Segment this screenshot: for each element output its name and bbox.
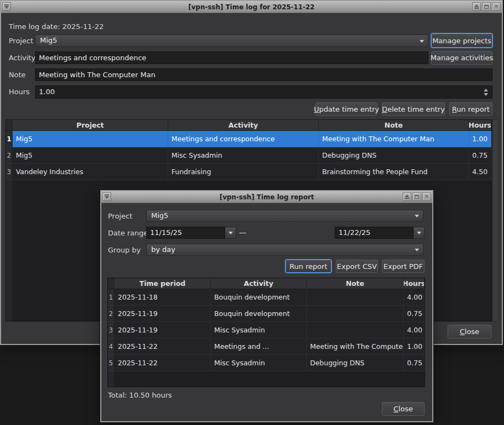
spin-down-icon[interactable] [484, 93, 488, 96]
report-project-combobox[interactable]: Mig5 [146, 210, 423, 222]
date-to-value[interactable]: 11/22/25 [335, 227, 414, 239]
report-project-value: Mig5 [151, 211, 168, 220]
project-combobox[interactable]: Mig5 [35, 35, 428, 47]
run-report-button[interactable]: Run report [449, 102, 492, 116]
chevron-down-icon [415, 249, 419, 251]
header-activity[interactable]: Activity [211, 278, 307, 289]
dialog-run-report-label: Run report [290, 262, 328, 271]
manage-activities-button[interactable]: Manage activities [431, 51, 492, 65]
table-empty-area [108, 371, 425, 387]
close-icon: ✕ [494, 4, 499, 9]
update-time-entry-button[interactable]: Update time entry [316, 102, 377, 116]
row-number: 5 [108, 355, 114, 371]
window-menu-button[interactable] [102, 192, 111, 201]
close-icon: ✕ [425, 194, 429, 199]
date-to-dropdown-button[interactable] [414, 227, 425, 239]
header-project[interactable]: Project [13, 120, 168, 131]
shade-button[interactable] [403, 192, 411, 201]
shade-button[interactable] [472, 2, 481, 11]
cell-activity: Misc Sysadmin [168, 147, 319, 164]
row-number: 3 [108, 322, 114, 338]
maximize-button[interactable] [413, 192, 421, 201]
date-from-picker[interactable]: 11/15/25 [146, 227, 236, 239]
export-pdf-button[interactable]: Export PDF [382, 260, 425, 273]
manage-activities-label: Manage activities [431, 54, 493, 62]
header-hours[interactable]: Hours [404, 278, 425, 289]
header-note[interactable]: Note [307, 278, 404, 289]
cell-note: Brainstorming the People Fund [319, 164, 469, 180]
table-row[interactable]: 2 2025-11-19 Bouquin development 0.75 [108, 306, 425, 322]
vertical-scrollbar[interactable] [492, 119, 499, 321]
table-row[interactable]: 4 2025-11-22 Meetings and ... Meeting wi… [108, 338, 425, 355]
header-hours[interactable]: Hours [469, 120, 491, 131]
window-menu-icon [105, 196, 109, 199]
chevron-down-icon [228, 232, 233, 234]
delete-time-entry-label: Delete time entry [382, 105, 445, 113]
export-pdf-label: Export PDF [383, 262, 423, 271]
dialog-close-button[interactable]: Close [382, 402, 425, 416]
date-from-dropdown-button[interactable] [225, 227, 236, 239]
close-button[interactable]: Close [448, 325, 491, 338]
project-label: Project [9, 35, 33, 47]
export-csv-button[interactable]: Export CSV [336, 260, 378, 273]
manage-projects-label: Manage projects [432, 37, 491, 45]
cell-project: Mig5 [13, 147, 168, 164]
hours-label: Hours [9, 86, 30, 98]
date-range-label: Date range [108, 227, 148, 239]
cell-note: Debugging DNS [319, 147, 469, 164]
cell-note: Meeting with The Computer Man [319, 131, 469, 147]
header-activity[interactable]: Activity [168, 120, 319, 131]
row-number: 4 [108, 338, 114, 355]
close-window-button[interactable]: ✕ [422, 192, 431, 201]
cell-hours: 1.00 [404, 338, 425, 355]
close-window-button[interactable]: ✕ [492, 2, 501, 11]
cell-activity: Meetings and ... [211, 338, 307, 355]
table-row[interactable]: 2 Mig5 Misc Sysadmin Debugging DNS 0.75 [6, 147, 491, 164]
main-title-bar[interactable]: [vpn-ssh] Time log for 2025-11-22 ✕ [1, 1, 502, 13]
cell-time-period: 2025-11-18 [114, 289, 211, 306]
table-row[interactable]: 3 2025-11-19 Misc Sysadmin 4.00 [108, 322, 425, 338]
date-to-picker[interactable]: 11/22/25 [335, 227, 425, 239]
maximize-icon [415, 195, 419, 199]
spin-up-icon[interactable] [484, 89, 488, 91]
table-row[interactable]: 5 2025-11-22 Misc Sysadmin Debugging DNS… [108, 355, 425, 371]
header-note[interactable]: Note [319, 120, 469, 131]
cell-note [307, 289, 404, 306]
cell-activity: Bouquin development [211, 306, 307, 322]
window-menu-icon [4, 4, 9, 5]
cell-hours: 4.00 [404, 289, 425, 306]
dialog-run-report-button[interactable]: Run report [285, 260, 331, 273]
cell-note: Meeting with The Computer... [307, 338, 404, 355]
delete-time-entry-button[interactable]: Delete time entry [382, 102, 445, 116]
table-row[interactable]: 3 Vandeley Industries Fundraising Brains… [6, 164, 491, 180]
window-menu-icon [4, 6, 9, 9]
project-combobox-value: Mig5 [40, 36, 57, 44]
header-time-period[interactable]: Time period [114, 278, 211, 289]
group-by-combobox[interactable]: by day [146, 244, 423, 256]
window-menu-button[interactable] [2, 2, 11, 11]
row-number-gutter [6, 180, 13, 321]
table-header-row: Project Activity Note Hours [6, 120, 491, 131]
table-row[interactable]: 1 2025-11-18 Bouquin development 4.00 [108, 289, 425, 306]
table-row[interactable]: 1 Mig5 Meetings and correspondence Meeti… [6, 131, 491, 147]
note-input-value: Meeting with The Computer Man [39, 71, 156, 79]
maximize-icon [484, 5, 489, 9]
cell-activity: Bouquin development [211, 289, 307, 306]
cell-time-period: 2025-11-19 [114, 306, 211, 322]
note-input[interactable]: Meeting with The Computer Man [35, 68, 492, 81]
row-number-gutter [108, 371, 114, 387]
shade-icon [405, 194, 409, 197]
shade-icon [474, 8, 479, 9]
activity-input[interactable]: Meetings and correspondence [35, 51, 428, 64]
dialog-title-bar[interactable]: [vpn-ssh] Time log report ✕ [101, 191, 432, 203]
spinner-arrows [482, 86, 490, 98]
cell-hours: 4.00 [404, 322, 425, 338]
group-by-label: Group by [108, 244, 141, 256]
chevron-down-icon [415, 215, 419, 217]
corner-header-cell [108, 278, 114, 289]
date-from-value[interactable]: 11/15/25 [146, 227, 225, 239]
hours-spinbox[interactable]: 1.00 [35, 85, 492, 99]
maximize-button[interactable] [482, 2, 491, 11]
manage-projects-button[interactable]: Manage projects [431, 33, 492, 48]
note-label: Note [9, 69, 26, 81]
